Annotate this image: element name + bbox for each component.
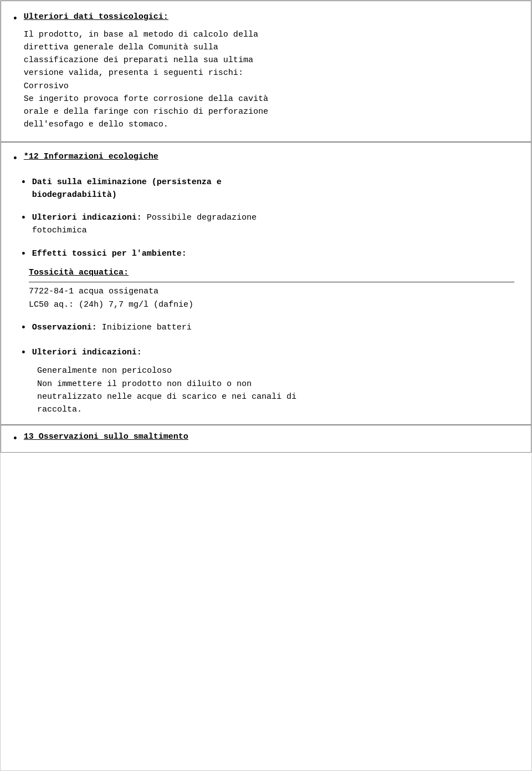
- sub-bullet-ulteriori2-content: Ulteriori indicazioni:: [32, 346, 514, 359]
- sub-bullet-osservazioni-content: Osservazioni: Inibizione batteri: [32, 321, 514, 334]
- sub-bullet-dati-dot: •: [21, 177, 27, 188]
- section-13-content: 13 Osservazioni sullo smaltimento: [24, 431, 514, 444]
- sub-bullet-dati-content: Dati sulla eliminazione (persistenza e b…: [32, 176, 514, 202]
- section-12-header: *12 Informazioni ecologiche: [24, 152, 158, 161]
- tossicita-section: Tossicità acquatica: 7722-84-1 acqua oss…: [29, 267, 514, 311]
- indented-text-block: Generalmente non pericoloso Non immetter…: [37, 364, 514, 416]
- sub-bullet-ulteriori1: • Ulteriori indicazioni: Possibile degra…: [21, 211, 514, 237]
- tossicologici-body: Il prodotto, in base al metodo di calcol…: [24, 28, 514, 131]
- section-12: • *12 Informazioni ecologiche • Dati sul…: [1, 142, 531, 425]
- osservazioni-label-bold: Osservazioni:: [32, 323, 97, 332]
- section-13-bullet-dot: •: [12, 432, 18, 446]
- ulteriori2-label-bold: Ulteriori indicazioni:: [32, 348, 142, 357]
- sub-bullet-ulteriori1-label-bold: Ulteriori indicazioni:: [32, 213, 142, 222]
- section-tossicologici: • Ulteriori dati tossicologici: Il prodo…: [1, 1, 531, 142]
- page-container: • Ulteriori dati tossicologici: Il prodo…: [0, 0, 532, 771]
- sub-bullet-effetti-content: Effetti tossici per l'ambiente:: [32, 247, 514, 260]
- tossicologici-content: Ulteriori dati tossicologici: Il prodott…: [24, 11, 514, 131]
- osservazioni-label-normal: Inibizione batteri: [97, 323, 192, 332]
- sub-bullet-effetti: • Effetti tossici per l'ambiente:: [21, 247, 514, 260]
- tossicita-divider: [29, 282, 514, 282]
- tossicologici-header: Ulteriori dati tossicologici:: [24, 12, 168, 22]
- tossicita-header-text: Tossicità acquatica:: [29, 268, 129, 277]
- sub-bullet-ulteriori2-dot: •: [21, 347, 27, 358]
- section-12-bullet-dot: •: [12, 152, 18, 166]
- section-13: • 13 Osservazioni sullo smaltimento: [1, 425, 531, 452]
- tossicita-line2: LC50 aq.: (24h) 7,7 mg/l (dafnie): [29, 298, 514, 311]
- sub-bullet-osservazioni: • Osservazioni: Inibizione batteri: [21, 321, 514, 334]
- sub-bullet-ulteriori1-dot: •: [21, 212, 27, 224]
- sub-bullet-effetti-label: Effetti tossici per l'ambiente:: [32, 249, 187, 258]
- sub-bullet-ulteriori1-content: Ulteriori indicazioni: Possibile degrada…: [32, 211, 514, 237]
- section-13-header: 13 Osservazioni sullo smaltimento: [24, 432, 188, 442]
- section-12-header-item: • *12 Informazioni ecologiche: [12, 151, 514, 166]
- section-13-bullet-item: • 13 Osservazioni sullo smaltimento: [12, 431, 514, 446]
- section-12-header-content: *12 Informazioni ecologiche: [24, 151, 514, 164]
- sub-bullet-ulteriori2: • Ulteriori indicazioni:: [21, 346, 514, 359]
- tossicita-line1: 7722-84-1 acqua ossigenata: [29, 285, 514, 298]
- tossicologici-bullet-dot: •: [12, 12, 18, 26]
- sub-bullet-dati-label: Dati sulla eliminazione (persistenza e b…: [32, 177, 222, 200]
- sub-bullet-osservazioni-dot: •: [21, 322, 27, 333]
- tossicita-header: Tossicità acquatica:: [29, 267, 514, 280]
- sub-bullet-effetti-dot: •: [21, 248, 27, 260]
- tossicologici-bullet-item: • Ulteriori dati tossicologici: Il prodo…: [12, 11, 514, 131]
- sub-bullet-dati: • Dati sulla eliminazione (persistenza e…: [21, 176, 514, 202]
